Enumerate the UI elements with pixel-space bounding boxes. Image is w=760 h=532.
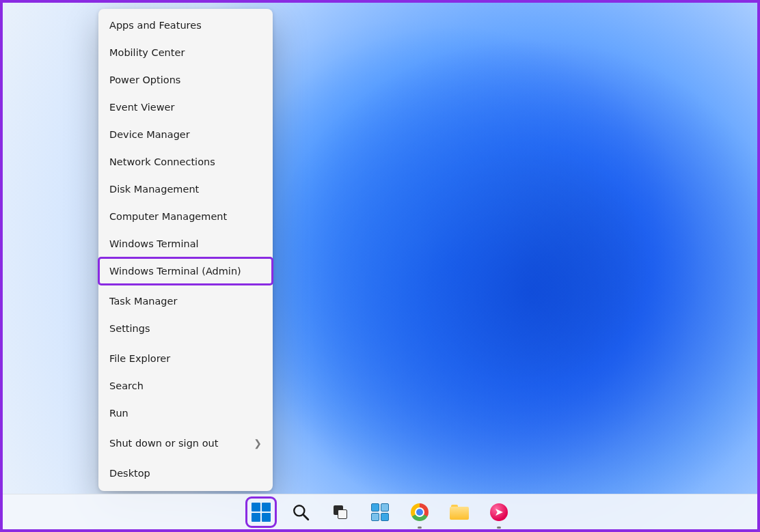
taskbar: ➤	[3, 494, 757, 529]
menu-item-settings[interactable]: Settings	[98, 315, 273, 342]
menu-item-label: Event Viewer	[109, 102, 174, 113]
chevron-right-icon: ❯	[254, 438, 262, 449]
menu-item-windows-terminal[interactable]: Windows Terminal	[98, 230, 273, 257]
menu-item-label: Desktop	[109, 468, 150, 479]
winx-context-menu: Apps and FeaturesMobility CenterPower Op…	[98, 9, 273, 491]
widgets-icon	[371, 503, 389, 521]
menu-item-windows-terminal-admin[interactable]: Windows Terminal (Admin)	[98, 257, 273, 285]
media-app[interactable]: ➤	[485, 499, 513, 526]
windows-start-icon	[252, 503, 271, 522]
chrome-app[interactable]	[406, 499, 433, 526]
menu-item-label: File Explorer	[109, 353, 170, 364]
menu-item-label: Apps and Features	[109, 20, 202, 31]
media-app-icon: ➤	[490, 503, 508, 521]
menu-item-file-explorer[interactable]: File Explorer	[98, 345, 273, 372]
menu-item-label: Disk Management	[109, 184, 199, 195]
menu-item-label: Power Options	[109, 74, 180, 85]
search-button[interactable]	[287, 499, 314, 526]
menu-item-desktop[interactable]: Desktop	[98, 460, 273, 487]
menu-item-label: Settings	[109, 323, 150, 334]
svg-point-0	[294, 505, 304, 516]
file-explorer-app[interactable]	[446, 499, 473, 526]
chrome-icon	[411, 503, 429, 521]
menu-item-label: Mobility Center	[109, 47, 185, 58]
widgets-button[interactable]	[366, 499, 394, 526]
menu-item-label: Network Connections	[109, 156, 215, 167]
file-explorer-icon	[450, 505, 469, 520]
menu-item-mobility-center[interactable]: Mobility Center	[98, 39, 273, 66]
menu-item-label: Task Manager	[109, 296, 177, 307]
menu-item-computer-management[interactable]: Computer Management	[98, 203, 273, 230]
menu-item-disk-management[interactable]: Disk Management	[98, 176, 273, 203]
menu-item-apps-and-features[interactable]: Apps and Features	[98, 12, 273, 39]
menu-item-label: Device Manager	[109, 129, 190, 140]
search-icon	[292, 503, 310, 521]
task-view-button[interactable]	[327, 499, 354, 526]
menu-item-device-manager[interactable]: Device Manager	[98, 121, 273, 148]
menu-item-run[interactable]: Run	[98, 400, 273, 427]
task-view-icon	[331, 503, 349, 521]
menu-item-search[interactable]: Search	[98, 372, 273, 400]
menu-item-label: Windows Terminal	[109, 238, 199, 249]
running-indicator	[418, 527, 422, 529]
menu-item-label: Run	[109, 408, 128, 419]
menu-item-event-viewer[interactable]: Event Viewer	[98, 94, 273, 121]
svg-line-1	[303, 515, 308, 520]
menu-item-network-connections[interactable]: Network Connections	[98, 148, 273, 176]
menu-item-label: Shut down or sign out	[109, 438, 218, 449]
running-indicator	[497, 527, 501, 529]
menu-item-label: Windows Terminal (Admin)	[109, 266, 241, 277]
menu-item-task-manager[interactable]: Task Manager	[98, 288, 273, 315]
menu-item-shut-down-or-sign-out[interactable]: Shut down or sign out❯	[98, 430, 273, 457]
menu-item-power-options[interactable]: Power Options	[98, 66, 273, 94]
menu-item-label: Computer Management	[109, 211, 227, 222]
menu-item-label: Search	[109, 380, 144, 391]
start-button[interactable]	[247, 499, 275, 526]
